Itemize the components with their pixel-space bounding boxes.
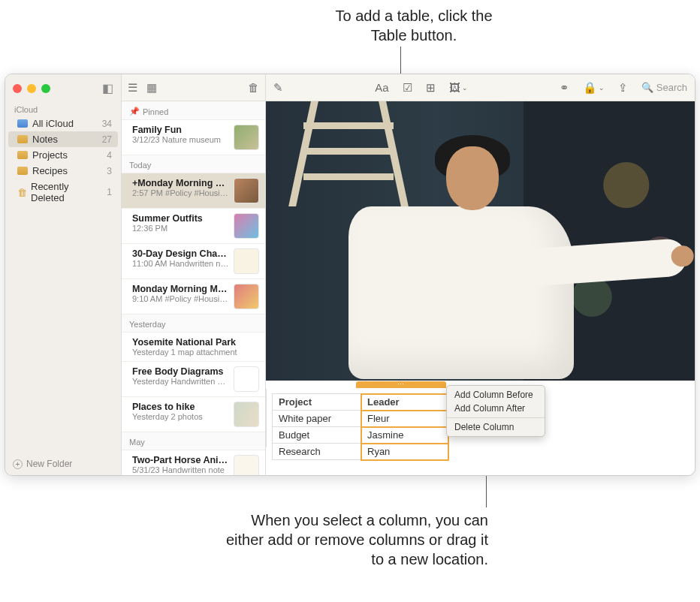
sidebar-item-count: 27 (102, 134, 112, 145)
sidebar-item-count: 1 (107, 187, 112, 197)
callout-leader-bottom (486, 476, 487, 507)
note-title: Family Fun (132, 125, 229, 135)
list-view-icon[interactable]: ☰ (128, 81, 137, 95)
gallery-view-icon[interactable]: ▦ (146, 81, 157, 95)
sidebar-item-projects[interactable]: Projects4 (8, 147, 118, 163)
checklist-icon[interactable]: ☑ (403, 81, 412, 95)
note-row[interactable]: Yosemite National ParkYesterday 1 map at… (122, 333, 265, 362)
note-subtitle: Yesterday Handwritten note (132, 377, 229, 386)
note-subtitle: 3/12/23 Nature museum (132, 135, 229, 144)
pin-icon: 📌 (129, 107, 140, 116)
table-cell[interactable]: Research (273, 444, 361, 460)
note-subtitle: 11:00 AM Handwritten note (132, 259, 229, 268)
sidebar-item-all-icloud[interactable]: All iCloud34 (8, 116, 118, 131)
table-cell[interactable]: Jasmine (361, 427, 448, 444)
note-thumbnail (234, 455, 259, 475)
sidebar: ◧ iCloud All iCloud34Notes27Projects4Rec… (5, 74, 122, 475)
link-icon[interactable]: ⚭ (560, 81, 569, 95)
new-folder-label: New Folder (26, 459, 72, 469)
share-icon[interactable]: ⇪ (618, 81, 628, 95)
note-subtitle: Yesterday 2 photos (132, 412, 229, 421)
sidebar-item-notes[interactable]: Notes27 (8, 131, 118, 147)
note-subtitle: 5/31/23 Handwritten note (132, 465, 229, 474)
table-header-cell-selected[interactable]: Leader (361, 394, 448, 411)
callout-leader-top (400, 47, 401, 74)
note-title: Monday Morning Meeting (132, 284, 229, 294)
note-row[interactable]: Summer Outfits12:36 PM (122, 209, 265, 244)
trash-icon[interactable]: 🗑 (248, 81, 259, 94)
app-window: ◧ iCloud All iCloud34Notes27Projects4Rec… (5, 74, 695, 476)
media-icon[interactable]: 🖼⌄ (449, 81, 468, 94)
note-title: Places to hike (132, 402, 229, 412)
note-title: Summer Outfits (132, 213, 229, 224)
notelist-group-header: 📌Pinned (122, 101, 265, 120)
folder-icon (17, 135, 28, 143)
note-row[interactable]: Family Fun3/12/23 Nature museum (122, 120, 265, 155)
note-subtitle: 2:57 PM #Policy #Housing… (132, 188, 229, 197)
sidebar-item-count: 3 (107, 166, 112, 176)
table-column-handle[interactable]: ⋯ (356, 381, 446, 388)
note-subtitle: 12:36 PM (132, 224, 229, 233)
sidebar-item-recently-deleted[interactable]: 🗑Recently Deleted1 (8, 179, 118, 206)
table-cell[interactable]: Budget (273, 427, 361, 444)
sidebar-toggle-icon[interactable]: ◧ (102, 81, 113, 95)
note-title: +Monday Morning Mee… (132, 178, 229, 188)
minimize-window-button[interactable] (27, 84, 36, 93)
zoom-window-button[interactable] (41, 84, 50, 93)
notelist-toolbar: ☰ ▦ 🗑 (122, 74, 265, 101)
note-thumbnail (234, 366, 259, 392)
table-row-handle[interactable] (266, 389, 267, 447)
table-cell[interactable]: White paper (273, 411, 361, 427)
trash-icon: 🗑 (17, 187, 26, 197)
note-content-pane: ✎ Aa ☑ ⊞ 🖼⌄ ⚭ 🔒⌄ ⇪ 🔍 Search (266, 74, 695, 475)
callout-top: To add a table, click the Table button. (200, 6, 500, 45)
note-title: Two-Part Horse Anima… (132, 455, 229, 465)
search-icon: 🔍 (641, 82, 653, 93)
note-thumbnail (234, 125, 259, 150)
search-placeholder: Search (656, 82, 687, 93)
note-row[interactable]: Free Body DiagramsYesterday Handwritten … (122, 362, 265, 397)
lock-icon[interactable]: 🔒⌄ (583, 81, 605, 95)
content-toolbar: ✎ Aa ☑ ⊞ 🖼⌄ ⚭ 🔒⌄ ⇪ 🔍 Search (266, 74, 695, 101)
table-cell[interactable]: Fleur (361, 411, 448, 427)
compose-icon[interactable]: ✎ (273, 81, 283, 95)
note-row[interactable]: Two-Part Horse Anima…5/31/23 Handwritten… (122, 450, 265, 475)
notelist-group-header: May (122, 432, 265, 450)
note-thumbnail (234, 248, 259, 274)
format-icon[interactable]: Aa (375, 81, 388, 94)
note-row[interactable]: 30-Day Design Challen…11:00 AM Handwritt… (122, 244, 265, 279)
notelist-group-header: Yesterday (122, 315, 265, 333)
table-icon[interactable]: ⊞ (426, 81, 436, 95)
sidebar-item-label: Recipes (32, 165, 68, 176)
note-row[interactable]: +Monday Morning Mee…2:57 PM #Policy #Hou… (122, 173, 265, 209)
callout-bottom: When you select a column, you can either… (210, 510, 488, 569)
note-list-pane: ☰ ▦ 🗑 📌PinnedFamily Fun3/12/23 Nature mu… (122, 74, 266, 475)
table-header-cell[interactable]: Project (273, 394, 361, 411)
note-thumbnail (234, 284, 259, 309)
sidebar-item-count: 34 (102, 119, 112, 129)
note-title: Free Body Diagrams (132, 366, 229, 377)
folder-icon (17, 151, 28, 159)
note-thumbnail (234, 402, 259, 427)
close-window-button[interactable] (13, 84, 22, 93)
note-attached-image[interactable] (266, 101, 695, 381)
note-row[interactable]: Monday Morning Meeting9:10 AM #Policy #H… (122, 279, 265, 315)
note-table[interactable]: Project Leader White paper Fleur Budget … (272, 393, 448, 460)
sidebar-item-recipes[interactable]: Recipes3 (8, 163, 118, 179)
menu-separator (447, 417, 545, 418)
menu-add-column-after[interactable]: Add Column After (447, 402, 545, 415)
column-context-menu: Add Column Before Add Column After Delet… (446, 385, 545, 437)
notelist-group-header: Today (122, 155, 265, 173)
menu-add-column-before[interactable]: Add Column Before (447, 388, 545, 402)
sidebar-item-label: Projects (32, 149, 68, 161)
note-row[interactable]: Places to hikeYesterday 2 photos (122, 397, 265, 432)
sidebar-item-label: Recently Deleted (31, 181, 102, 203)
sidebar-item-count: 4 (107, 150, 112, 161)
note-table-area: ⋯ Project Leader White paper Fleur Budge… (266, 381, 695, 471)
new-folder-button[interactable]: + New Folder (5, 453, 121, 475)
search-field[interactable]: 🔍 Search (641, 82, 687, 93)
note-title: Yosemite National Park (132, 337, 259, 348)
table-cell[interactable]: Ryan (361, 444, 448, 460)
note-body: ⋯ Project Leader White paper Fleur Budge… (266, 101, 695, 475)
menu-delete-column[interactable]: Delete Column (447, 420, 545, 434)
